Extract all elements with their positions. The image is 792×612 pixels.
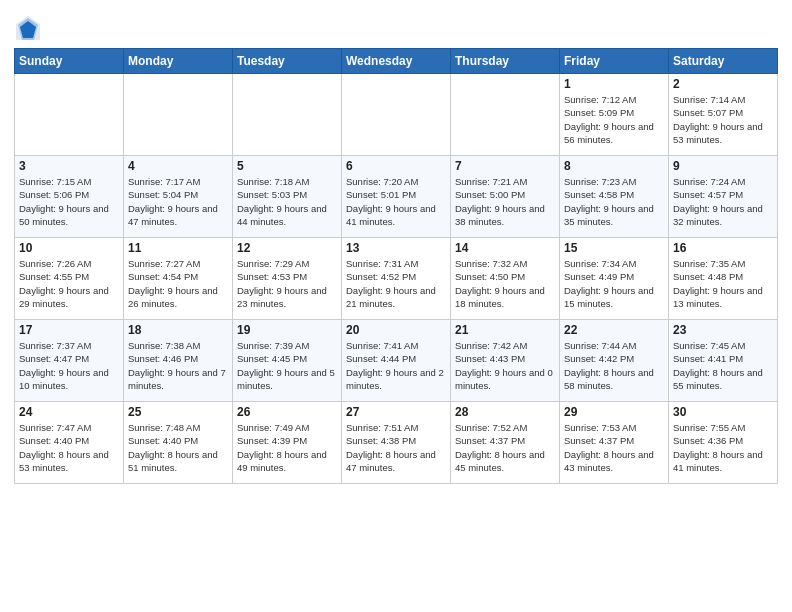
day-info: Sunrise: 7:38 AM Sunset: 4:46 PM Dayligh… [128,339,228,392]
calendar-cell: 27Sunrise: 7:51 AM Sunset: 4:38 PM Dayli… [342,402,451,484]
calendar-header-tuesday: Tuesday [233,49,342,74]
calendar-cell: 19Sunrise: 7:39 AM Sunset: 4:45 PM Dayli… [233,320,342,402]
calendar-cell: 23Sunrise: 7:45 AM Sunset: 4:41 PM Dayli… [669,320,778,402]
calendar-cell: 28Sunrise: 7:52 AM Sunset: 4:37 PM Dayli… [451,402,560,484]
day-number: 2 [673,77,773,91]
day-info: Sunrise: 7:24 AM Sunset: 4:57 PM Dayligh… [673,175,773,228]
calendar-cell: 21Sunrise: 7:42 AM Sunset: 4:43 PM Dayli… [451,320,560,402]
day-number: 20 [346,323,446,337]
day-info: Sunrise: 7:53 AM Sunset: 4:37 PM Dayligh… [564,421,664,474]
calendar-cell: 7Sunrise: 7:21 AM Sunset: 5:00 PM Daylig… [451,156,560,238]
day-number: 19 [237,323,337,337]
day-info: Sunrise: 7:17 AM Sunset: 5:04 PM Dayligh… [128,175,228,228]
day-number: 18 [128,323,228,337]
logo [14,14,46,42]
calendar-cell: 1Sunrise: 7:12 AM Sunset: 5:09 PM Daylig… [560,74,669,156]
calendar-header-monday: Monday [124,49,233,74]
day-info: Sunrise: 7:35 AM Sunset: 4:48 PM Dayligh… [673,257,773,310]
calendar-cell [124,74,233,156]
calendar-header-friday: Friday [560,49,669,74]
day-info: Sunrise: 7:34 AM Sunset: 4:49 PM Dayligh… [564,257,664,310]
calendar-week-3: 10Sunrise: 7:26 AM Sunset: 4:55 PM Dayli… [15,238,778,320]
day-info: Sunrise: 7:51 AM Sunset: 4:38 PM Dayligh… [346,421,446,474]
calendar-cell: 11Sunrise: 7:27 AM Sunset: 4:54 PM Dayli… [124,238,233,320]
header [14,10,778,42]
calendar-cell: 3Sunrise: 7:15 AM Sunset: 5:06 PM Daylig… [15,156,124,238]
calendar-cell: 26Sunrise: 7:49 AM Sunset: 4:39 PM Dayli… [233,402,342,484]
calendar-cell: 18Sunrise: 7:38 AM Sunset: 4:46 PM Dayli… [124,320,233,402]
day-number: 17 [19,323,119,337]
calendar-cell: 20Sunrise: 7:41 AM Sunset: 4:44 PM Dayli… [342,320,451,402]
calendar-table: SundayMondayTuesdayWednesdayThursdayFrid… [14,48,778,484]
day-info: Sunrise: 7:39 AM Sunset: 4:45 PM Dayligh… [237,339,337,392]
calendar-week-4: 17Sunrise: 7:37 AM Sunset: 4:47 PM Dayli… [15,320,778,402]
calendar-header-saturday: Saturday [669,49,778,74]
calendar-header-thursday: Thursday [451,49,560,74]
day-number: 12 [237,241,337,255]
day-info: Sunrise: 7:20 AM Sunset: 5:01 PM Dayligh… [346,175,446,228]
day-number: 1 [564,77,664,91]
day-number: 22 [564,323,664,337]
day-number: 8 [564,159,664,173]
calendar-cell [451,74,560,156]
calendar-week-2: 3Sunrise: 7:15 AM Sunset: 5:06 PM Daylig… [15,156,778,238]
day-info: Sunrise: 7:49 AM Sunset: 4:39 PM Dayligh… [237,421,337,474]
calendar-week-1: 1Sunrise: 7:12 AM Sunset: 5:09 PM Daylig… [15,74,778,156]
calendar-cell: 30Sunrise: 7:55 AM Sunset: 4:36 PM Dayli… [669,402,778,484]
day-number: 14 [455,241,555,255]
calendar-cell: 12Sunrise: 7:29 AM Sunset: 4:53 PM Dayli… [233,238,342,320]
day-number: 13 [346,241,446,255]
day-info: Sunrise: 7:14 AM Sunset: 5:07 PM Dayligh… [673,93,773,146]
calendar-cell: 24Sunrise: 7:47 AM Sunset: 4:40 PM Dayli… [15,402,124,484]
day-info: Sunrise: 7:31 AM Sunset: 4:52 PM Dayligh… [346,257,446,310]
calendar-cell: 5Sunrise: 7:18 AM Sunset: 5:03 PM Daylig… [233,156,342,238]
day-number: 24 [19,405,119,419]
calendar-cell: 16Sunrise: 7:35 AM Sunset: 4:48 PM Dayli… [669,238,778,320]
day-number: 10 [19,241,119,255]
calendar-cell [15,74,124,156]
day-number: 27 [346,405,446,419]
day-info: Sunrise: 7:12 AM Sunset: 5:09 PM Dayligh… [564,93,664,146]
day-info: Sunrise: 7:44 AM Sunset: 4:42 PM Dayligh… [564,339,664,392]
calendar-header-wednesday: Wednesday [342,49,451,74]
calendar-cell: 4Sunrise: 7:17 AM Sunset: 5:04 PM Daylig… [124,156,233,238]
day-number: 30 [673,405,773,419]
day-info: Sunrise: 7:18 AM Sunset: 5:03 PM Dayligh… [237,175,337,228]
day-info: Sunrise: 7:23 AM Sunset: 4:58 PM Dayligh… [564,175,664,228]
day-number: 16 [673,241,773,255]
calendar-cell: 25Sunrise: 7:48 AM Sunset: 4:40 PM Dayli… [124,402,233,484]
logo-icon [14,14,42,42]
page-container: SundayMondayTuesdayWednesdayThursdayFrid… [0,0,792,612]
day-info: Sunrise: 7:32 AM Sunset: 4:50 PM Dayligh… [455,257,555,310]
day-info: Sunrise: 7:21 AM Sunset: 5:00 PM Dayligh… [455,175,555,228]
calendar-cell: 10Sunrise: 7:26 AM Sunset: 4:55 PM Dayli… [15,238,124,320]
day-number: 5 [237,159,337,173]
day-number: 29 [564,405,664,419]
calendar-week-5: 24Sunrise: 7:47 AM Sunset: 4:40 PM Dayli… [15,402,778,484]
day-info: Sunrise: 7:41 AM Sunset: 4:44 PM Dayligh… [346,339,446,392]
day-number: 25 [128,405,228,419]
day-info: Sunrise: 7:29 AM Sunset: 4:53 PM Dayligh… [237,257,337,310]
day-info: Sunrise: 7:37 AM Sunset: 4:47 PM Dayligh… [19,339,119,392]
calendar-cell: 22Sunrise: 7:44 AM Sunset: 4:42 PM Dayli… [560,320,669,402]
day-number: 4 [128,159,228,173]
calendar-cell: 6Sunrise: 7:20 AM Sunset: 5:01 PM Daylig… [342,156,451,238]
day-number: 26 [237,405,337,419]
day-number: 6 [346,159,446,173]
day-info: Sunrise: 7:15 AM Sunset: 5:06 PM Dayligh… [19,175,119,228]
day-info: Sunrise: 7:27 AM Sunset: 4:54 PM Dayligh… [128,257,228,310]
day-info: Sunrise: 7:47 AM Sunset: 4:40 PM Dayligh… [19,421,119,474]
calendar-cell: 29Sunrise: 7:53 AM Sunset: 4:37 PM Dayli… [560,402,669,484]
calendar-cell: 14Sunrise: 7:32 AM Sunset: 4:50 PM Dayli… [451,238,560,320]
day-number: 3 [19,159,119,173]
day-number: 21 [455,323,555,337]
day-info: Sunrise: 7:42 AM Sunset: 4:43 PM Dayligh… [455,339,555,392]
day-number: 11 [128,241,228,255]
day-number: 23 [673,323,773,337]
calendar-cell: 17Sunrise: 7:37 AM Sunset: 4:47 PM Dayli… [15,320,124,402]
calendar-header-sunday: Sunday [15,49,124,74]
day-number: 28 [455,405,555,419]
day-number: 7 [455,159,555,173]
calendar-cell: 9Sunrise: 7:24 AM Sunset: 4:57 PM Daylig… [669,156,778,238]
day-info: Sunrise: 7:26 AM Sunset: 4:55 PM Dayligh… [19,257,119,310]
